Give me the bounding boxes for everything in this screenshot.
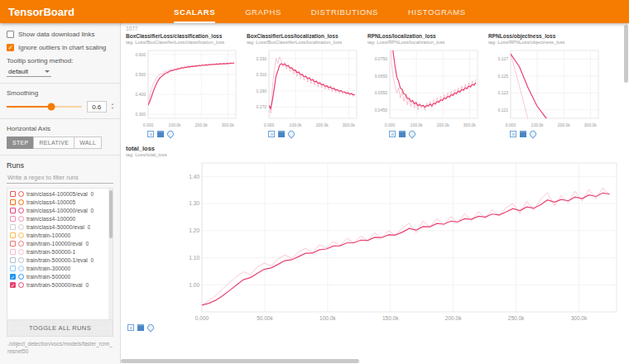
fullscreen-icon[interactable] xyxy=(147,131,154,137)
fullscreen-icon[interactable] xyxy=(389,131,396,137)
svg-text:200.0k: 200.0k xyxy=(195,122,209,127)
chart-actions xyxy=(127,324,624,331)
pin-icon[interactable] xyxy=(146,323,155,333)
show-download-checkbox[interactable] xyxy=(7,31,14,38)
ignore-outliers-label: Ignore outliers in chart scaling xyxy=(18,44,106,52)
tooltip-sorting-select[interactable]: default xyxy=(7,67,51,77)
pin-icon[interactable] xyxy=(528,129,537,138)
ignore-outliers-row[interactable]: Ignore outliers in chart scaling xyxy=(7,44,113,52)
tab-graphs[interactable]: GRAPHS xyxy=(245,1,281,23)
svg-text:0.270: 0.270 xyxy=(256,104,266,109)
pin-icon[interactable] xyxy=(166,129,175,138)
runs-scrollbar-thumb[interactable] xyxy=(109,190,113,238)
run-item[interactable]: ✓train/train-500000 xyxy=(7,272,113,280)
tab-distributions[interactable]: DISTRIBUTIONS xyxy=(311,1,378,23)
slider-thumb[interactable] xyxy=(48,103,55,111)
run-filter-input[interactable] xyxy=(7,172,113,184)
svg-text:1.30: 1.30 xyxy=(189,201,199,207)
run-checkbox[interactable] xyxy=(10,224,16,230)
vertical-scrollbar[interactable] xyxy=(624,25,628,83)
chart-plot[interactable]: 0.1210.1230.1250.1270.000100.0k200.0k300… xyxy=(488,46,603,129)
run-color-icon xyxy=(18,274,24,280)
svg-text:0.000: 0.000 xyxy=(506,122,516,127)
svg-text:0.123: 0.123 xyxy=(497,90,508,95)
smoothing-slider[interactable] xyxy=(7,106,82,108)
run-item[interactable]: train/class4-100005 xyxy=(7,198,113,206)
axis-wall-button[interactable]: WALL xyxy=(74,136,102,149)
chart-tag: tag: Loss/BoxClassifierLoss/classificati… xyxy=(126,40,240,46)
run-name: train/train-100000 xyxy=(26,232,70,238)
run-name: train/class4-100005/eval_0 xyxy=(26,191,94,197)
tab-scalars[interactable]: SCALARS xyxy=(174,1,215,23)
axis-relative-button[interactable]: RELATIVE xyxy=(33,136,74,149)
ignore-outliers-checkbox[interactable] xyxy=(7,44,14,51)
svg-text:0.500: 0.500 xyxy=(135,72,146,77)
run-checkbox[interactable] xyxy=(10,232,16,238)
run-checkbox[interactable] xyxy=(10,216,16,222)
run-item[interactable]: train/train-500000-1/eval_0 xyxy=(7,256,113,264)
svg-text:300.0k: 300.0k xyxy=(222,122,235,127)
chart-plot[interactable]: 0.2700.2900.3100.3300.000100.0k200.0k300… xyxy=(247,46,361,129)
big-chart-plot[interactable]: 1.001.101.201.301.400.00050.00k100.0k150… xyxy=(126,159,624,323)
data-table-icon[interactable] xyxy=(157,131,164,137)
logdir-path: ./object_detection/vocs/models/faster_rc… xyxy=(7,337,113,360)
run-name: train/train-500000-1/eval_0 xyxy=(26,257,94,263)
run-checkbox[interactable] xyxy=(10,249,16,255)
svg-text:200.0k: 200.0k xyxy=(437,122,450,127)
svg-text:100.0k: 100.0k xyxy=(169,122,182,127)
svg-text:0.400: 0.400 xyxy=(135,92,146,97)
run-item[interactable]: train/train-500000-1 xyxy=(7,247,113,256)
run-color-icon xyxy=(18,208,24,213)
run-checkbox[interactable] xyxy=(10,266,16,271)
data-table-icon[interactable] xyxy=(137,324,144,331)
run-color-icon xyxy=(18,232,24,238)
run-checkbox[interactable] xyxy=(10,257,16,263)
run-color-icon xyxy=(18,257,24,263)
run-item[interactable]: train/class4-50000/eval_0 xyxy=(7,223,113,231)
chart-actions xyxy=(147,131,240,137)
top-bar: TensorBoard SCALARS GRAPHS DISTRIBUTIONS… xyxy=(0,0,629,23)
svg-text:0.0450: 0.0450 xyxy=(375,108,388,113)
tab-histograms[interactable]: HISTOGRAMS xyxy=(408,1,466,23)
run-color-icon xyxy=(18,224,24,230)
svg-text:100.0k: 100.0k xyxy=(319,315,336,321)
run-item[interactable]: train/class4-100000/eval_0 xyxy=(7,206,113,214)
svg-text:1.10: 1.10 xyxy=(189,255,199,261)
chart-plot[interactable]: 0.04500.05500.06500.07500.000100.0k200.0… xyxy=(367,46,482,129)
fullscreen-icon[interactable] xyxy=(268,131,275,137)
run-checkbox[interactable] xyxy=(10,199,16,205)
run-item[interactable]: train/class4-100000 xyxy=(7,214,113,223)
step-down-icon[interactable]: ▾ xyxy=(112,107,113,111)
toggle-all-runs-button[interactable]: TOGGLE ALL RUNS xyxy=(7,320,113,337)
run-item[interactable]: train/train-100000/eval_0 xyxy=(7,239,113,247)
data-table-icon[interactable] xyxy=(520,131,526,137)
run-checkbox[interactable] xyxy=(10,241,16,247)
run-item[interactable]: ✓train/train-500000/eval_0 xyxy=(7,280,113,289)
data-table-icon[interactable] xyxy=(399,131,406,137)
fullscreen-icon[interactable] xyxy=(127,324,134,331)
smoothing-value[interactable]: 0.6 xyxy=(87,101,107,113)
run-checkbox[interactable]: ✓ xyxy=(10,282,16,288)
run-checkbox[interactable]: ✓ xyxy=(10,274,16,280)
chart-title: BoxClassifierLoss/localization_loss xyxy=(247,33,361,40)
chart-plot[interactable]: 0.3000.4000.5000.6000.000100.0k200.0k300… xyxy=(126,46,240,129)
show-download-row[interactable]: Show data download links xyxy=(7,31,113,39)
smoothing-stepper[interactable]: ▴▾ xyxy=(112,103,113,111)
divider xyxy=(0,118,120,119)
axis-step-button[interactable]: STEP xyxy=(7,136,34,149)
run-name: train/class4-100000 xyxy=(26,216,75,222)
pin-icon[interactable] xyxy=(286,129,295,138)
run-item[interactable]: train/class4-100005/eval_0 xyxy=(7,189,113,198)
run-checkbox[interactable] xyxy=(10,191,16,197)
horizontal-scrollbar[interactable] xyxy=(121,359,359,363)
pin-icon[interactable] xyxy=(407,129,416,138)
run-checkbox[interactable] xyxy=(10,208,16,213)
run-item[interactable]: train/train-100000 xyxy=(7,231,113,239)
runs-scrollbar[interactable] xyxy=(108,189,113,319)
svg-text:1.40: 1.40 xyxy=(189,174,199,180)
run-color-icon xyxy=(18,241,24,247)
run-item[interactable]: train/train-300000 xyxy=(7,264,113,272)
fullscreen-icon[interactable] xyxy=(510,131,516,137)
data-table-icon[interactable] xyxy=(278,131,285,137)
svg-text:100.0k: 100.0k xyxy=(411,122,424,127)
